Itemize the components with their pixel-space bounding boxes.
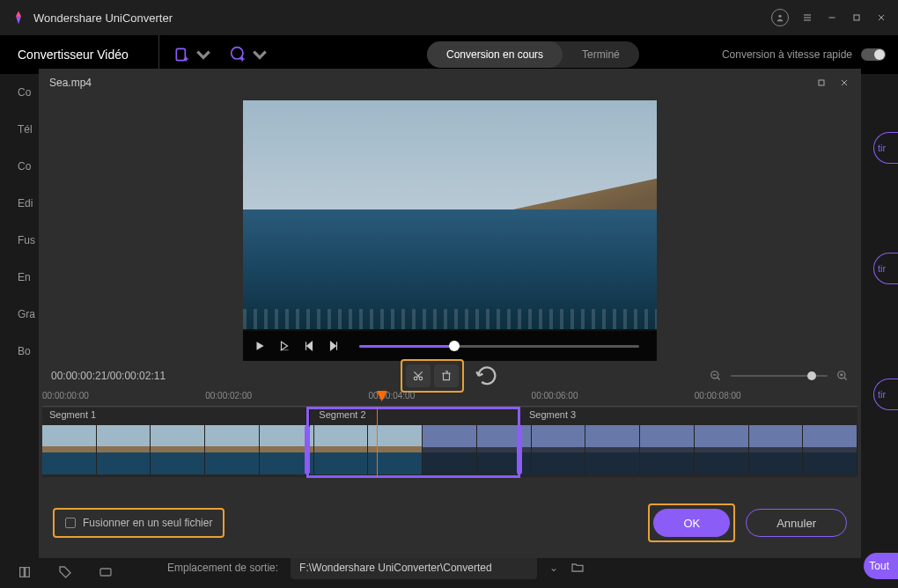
bottom-utility-icons — [18, 565, 113, 579]
timecode-row: 00:00:00:21/00:00:02:11 — [39, 361, 861, 391]
maximize-icon[interactable] — [850, 11, 863, 24]
merge-checkbox-label: Fusionner en un seul fichier — [83, 517, 212, 529]
timeline-ruler: 00:00:00:0000:00:02:0000:00:04:0000:00:0… — [42, 391, 858, 407]
convert-all-button-peek[interactable]: Tout — [864, 553, 898, 579]
tag-icon[interactable] — [58, 565, 72, 579]
svg-point-0 — [778, 15, 781, 18]
svg-point-3 — [232, 48, 243, 59]
next-frame-icon[interactable] — [328, 340, 340, 352]
tab-converting[interactable]: Conversion en cours — [427, 41, 563, 68]
sidebar: Co Tél Co Edi Fus En Gra Bo — [0, 74, 39, 567]
svg-rect-4 — [100, 569, 111, 576]
output-label: Emplacement de sortie: — [167, 562, 278, 574]
svg-rect-5 — [819, 80, 824, 85]
play-icon[interactable] — [254, 340, 266, 352]
undo-button[interactable] — [475, 364, 499, 387]
sidebar-item[interactable]: Fus — [0, 222, 39, 259]
close-icon[interactable] — [875, 11, 887, 24]
sidebar-item[interactable]: En — [0, 259, 39, 296]
zoom-out-icon[interactable] — [710, 370, 722, 382]
editor-footer: Fusionner en un seul fichier OK Annuler — [39, 491, 861, 558]
svg-rect-1 — [854, 15, 859, 20]
sidebar-item[interactable]: Tél — [0, 111, 39, 148]
trim-editor-dialog: Sea.mp4 00:00:00:21/00:00:02:11 — [39, 69, 861, 558]
module-title: Convertisseur Vidéo — [0, 48, 158, 62]
cancel-button[interactable]: Annuler — [746, 509, 847, 537]
ok-button-highlight: OK — [648, 503, 735, 542]
editor-titlebar: Sea.mp4 — [39, 69, 861, 97]
sidebar-item[interactable]: Edi — [0, 185, 39, 222]
minimize-icon[interactable] — [826, 11, 838, 24]
convert-button-peek[interactable]: tir — [873, 379, 898, 410]
user-account-icon[interactable] — [771, 9, 789, 26]
playhead-line[interactable] — [377, 408, 378, 477]
segment-handle-right[interactable] — [517, 425, 522, 474]
app-logo-icon — [11, 10, 26, 26]
segment-label: Segment 2 — [312, 409, 522, 420]
merge-checkbox-highlight: Fusionner en un seul fichier — [53, 508, 224, 538]
output-location-row: Emplacement de sortie: ⌄ — [167, 556, 585, 579]
app-titlebar: Wondershare UniConverter — [0, 0, 898, 35]
zoom-in-icon[interactable] — [836, 370, 849, 382]
high-speed-label: Conversion à vitesse rapide — [722, 48, 852, 61]
output-path-field[interactable] — [291, 556, 537, 579]
segment-label: Segment 1 — [49, 409, 312, 420]
app-title: Wondershare UniConverter — [33, 11, 173, 25]
editor-filename: Sea.mp4 — [49, 77, 92, 89]
sidebar-item[interactable]: Bo — [0, 333, 39, 370]
zoom-controls — [710, 370, 849, 382]
card-icon[interactable] — [99, 565, 113, 579]
ok-button[interactable]: OK — [653, 509, 730, 537]
book-icon[interactable] — [18, 565, 32, 579]
sidebar-item[interactable]: Co — [0, 74, 39, 111]
editor-maximize-icon[interactable] — [815, 77, 828, 89]
timecode-display: 00:00:00:21/00:00:02:11 — [51, 370, 166, 382]
output-dropdown-icon[interactable]: ⌄ — [549, 562, 558, 574]
open-folder-icon[interactable] — [570, 561, 585, 575]
sidebar-item[interactable]: Gra — [0, 296, 39, 333]
delete-button[interactable] — [434, 364, 459, 387]
editor-close-icon[interactable] — [838, 77, 850, 89]
sidebar-item[interactable]: Co — [0, 148, 39, 185]
play-segment-icon[interactable] — [278, 340, 291, 352]
add-file-button[interactable] — [173, 46, 212, 63]
segment-label: Segment 3 — [522, 409, 576, 420]
status-tabs: Conversion en cours Terminé — [427, 41, 639, 68]
thumbnail-strip — [42, 425, 858, 474]
menu-icon[interactable] — [801, 11, 813, 24]
timeline: 00:00:00:0000:00:02:0000:00:04:0000:00:0… — [39, 391, 861, 477]
tab-finished[interactable]: Terminé — [563, 41, 639, 68]
convert-button-peek[interactable]: tir — [873, 132, 898, 164]
playback-controls — [243, 331, 657, 361]
segment-handle-left[interactable] — [305, 425, 310, 474]
merge-checkbox[interactable] — [65, 518, 76, 528]
add-folder-button[interactable] — [230, 46, 269, 63]
prev-frame-icon[interactable] — [303, 340, 315, 352]
zoom-slider[interactable] — [731, 375, 828, 377]
video-preview — [243, 100, 657, 361]
cut-tools-highlight — [401, 359, 464, 393]
timeline-track[interactable]: Segment 1 Segment 2 Segment 3 — [42, 407, 858, 477]
convert-button-peek[interactable]: tir — [873, 253, 898, 284]
high-speed-toggle[interactable] — [861, 48, 886, 61]
playback-progress[interactable] — [359, 345, 639, 348]
cut-button[interactable] — [406, 364, 431, 387]
